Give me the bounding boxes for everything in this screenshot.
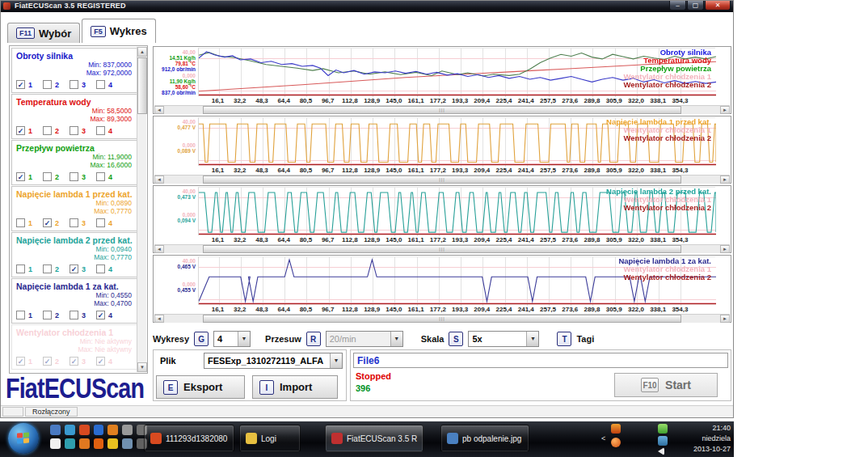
chart-1-checkbox[interactable]: ✓ [16, 80, 25, 89]
photo-app-icon[interactable] [79, 438, 90, 449]
scroll-left-icon[interactable]: ◄ [154, 315, 164, 323]
updater-icon[interactable] [611, 424, 621, 434]
chart-4-checkbox[interactable] [96, 264, 105, 273]
chart-4-checkbox[interactable] [96, 218, 105, 227]
scrollbar-thumb[interactable]: ||| [203, 106, 681, 114]
eksport-button[interactable]: E Eksport [156, 375, 245, 399]
chart-2-checkbox[interactable] [43, 311, 52, 319]
scroll-up-icon[interactable]: ▲ [137, 47, 147, 57]
internet-explorer-icon[interactable] [94, 425, 104, 435]
chart-4-checkbox[interactable] [96, 172, 105, 181]
chart-panel-3: 40,000,473 V0,0000,094 VNapięcie lambda … [153, 185, 731, 253]
scroll-right-icon[interactable]: ► [720, 245, 730, 253]
chart-3-checkbox[interactable] [70, 311, 78, 319]
chart-legend: Napięcie lambda 2 przed kat.Wentylator c… [606, 188, 711, 212]
title-bar[interactable]: FiatECUScan 3.5 REGISTERED – ▢ ✕ [1, 1, 733, 12]
g-key-badge: G [194, 332, 209, 346]
chart-1-checkbox[interactable]: ✓ [16, 126, 25, 135]
chart-3-checkbox[interactable]: ✓ [70, 264, 78, 273]
minimize-button[interactable]: – [669, 1, 686, 11]
chevron-down-icon[interactable]: ▼ [330, 353, 342, 368]
parameter-min: Min: Nie aktywny [80, 337, 132, 345]
chart-2-checkbox[interactable]: ✓ [43, 218, 52, 227]
scrollbar-thumb[interactable]: ||| [203, 315, 681, 323]
taskbar-clock[interactable]: 21:40 niedziela 2013-10-27 [693, 423, 731, 455]
tab-wybor[interactable]: F11 Wybór [7, 23, 80, 43]
downloads-icon[interactable] [122, 438, 133, 449]
chart-3-checkbox[interactable] [70, 218, 78, 227]
volume-icon[interactable] [658, 447, 664, 455]
chart-horizontal-scrollbar[interactable]: ◄|||► [154, 175, 730, 184]
maximize-button[interactable]: ▢ [687, 1, 704, 11]
chart-3-checkbox[interactable]: ✓ [70, 357, 78, 366]
taskbar-button[interactable]: 111293d1382080194... [144, 425, 234, 452]
chart-2-checkbox[interactable] [43, 172, 52, 181]
scrollbar-thumb[interactable] [137, 57, 147, 114]
chart-4-checkbox[interactable]: ✓ [96, 311, 105, 319]
taskbar-button[interactable]: Logi [239, 425, 301, 452]
chart-horizontal-scrollbar[interactable]: ◄|||► [154, 105, 730, 114]
chart-2-checkbox[interactable] [43, 264, 52, 273]
chart-3-checkbox[interactable] [70, 80, 78, 89]
tray-expand-icon[interactable]: < [601, 434, 605, 442]
checkbox-label: 4 [108, 311, 112, 319]
start-button-orb[interactable] [8, 423, 39, 454]
chart-3-checkbox[interactable] [70, 126, 78, 135]
document-icon[interactable] [50, 438, 61, 449]
chart-1-checkbox[interactable] [16, 311, 25, 319]
chart-horizontal-scrollbar[interactable]: ◄|||► [154, 314, 730, 323]
chart-1-checkbox[interactable] [16, 218, 25, 227]
scrollbar-thumb[interactable]: ||| [203, 176, 681, 184]
mail-icon[interactable] [65, 425, 75, 435]
chevron-down-icon[interactable]: ▼ [526, 332, 538, 346]
chart-count-select[interactable]: 4 ▼ [213, 331, 251, 347]
parameter-min: Min: 58,5000 [92, 107, 132, 115]
current-file-field[interactable]: File6 [353, 353, 728, 368]
chevron-down-icon[interactable]: ▼ [390, 332, 402, 346]
network-icon[interactable] [658, 436, 668, 446]
opera-icon[interactable] [79, 425, 90, 435]
tray-app-icon[interactable] [611, 438, 621, 447]
legend-entry: Wentylator chłodzenia 2 [606, 134, 711, 142]
antivirus-icon[interactable] [658, 424, 668, 434]
chart-2-checkbox[interactable] [43, 80, 52, 89]
scroll-left-icon[interactable]: ◄ [154, 106, 164, 114]
scroll-speed-select[interactable]: 20/min ▼ [326, 331, 403, 347]
chart-4-checkbox[interactable]: ✓ [96, 357, 105, 366]
scroll-right-icon[interactable]: ► [720, 106, 730, 114]
media-player-icon[interactable] [107, 425, 118, 435]
scroll-right-icon[interactable]: ► [720, 315, 730, 323]
sidebar-vertical-scrollbar[interactable]: ▲ ▼ [137, 47, 146, 372]
taskbar-button[interactable]: pb odpalenie.jpg - P... [440, 425, 529, 452]
chart-3-checkbox[interactable] [70, 172, 78, 181]
scrollbar-thumb[interactable]: ||| [203, 245, 681, 253]
chart-2-checkbox[interactable] [43, 126, 52, 135]
chart-horizontal-scrollbar[interactable]: ◄|||► [154, 244, 730, 253]
chart-4-checkbox[interactable] [96, 126, 105, 135]
scroll-left-icon[interactable]: ◄ [154, 176, 164, 184]
chart-2-checkbox[interactable]: ✓ [43, 357, 52, 366]
scroll-down-icon[interactable]: ▼ [137, 362, 147, 372]
checkbox-label: 1 [28, 265, 32, 273]
notes-icon[interactable] [122, 425, 133, 435]
firefox-icon[interactable] [94, 438, 104, 449]
chart-1-checkbox[interactable]: ✓ [16, 357, 25, 366]
taskbar-button[interactable]: FiatECUScan 3.5 RE... [325, 425, 423, 452]
scroll-right-icon[interactable]: ► [720, 176, 730, 184]
scale-select[interactable]: 5x ▼ [468, 331, 539, 347]
tab-wykres[interactable]: F5 Wykres [82, 19, 156, 43]
remote-desktop-icon[interactable] [50, 425, 61, 435]
chart-1-checkbox[interactable] [16, 264, 25, 273]
file-select[interactable]: FESExp_1310272119_ALFA ▼ [204, 353, 343, 369]
chart-4-checkbox[interactable] [96, 80, 105, 89]
browser-globe-icon[interactable] [65, 438, 75, 449]
import-button[interactable]: I Import [252, 375, 338, 399]
weather-icon[interactable] [107, 438, 118, 449]
scroll-left-icon[interactable]: ◄ [154, 245, 164, 253]
checkbox-label: 4 [108, 358, 112, 366]
chart-1-checkbox[interactable]: ✓ [16, 172, 25, 181]
clock-time: 21:40 [693, 423, 731, 434]
start-button[interactable]: F10 Start [614, 373, 718, 397]
chevron-down-icon[interactable]: ▼ [238, 332, 250, 346]
close-button[interactable]: ✕ [705, 1, 731, 11]
